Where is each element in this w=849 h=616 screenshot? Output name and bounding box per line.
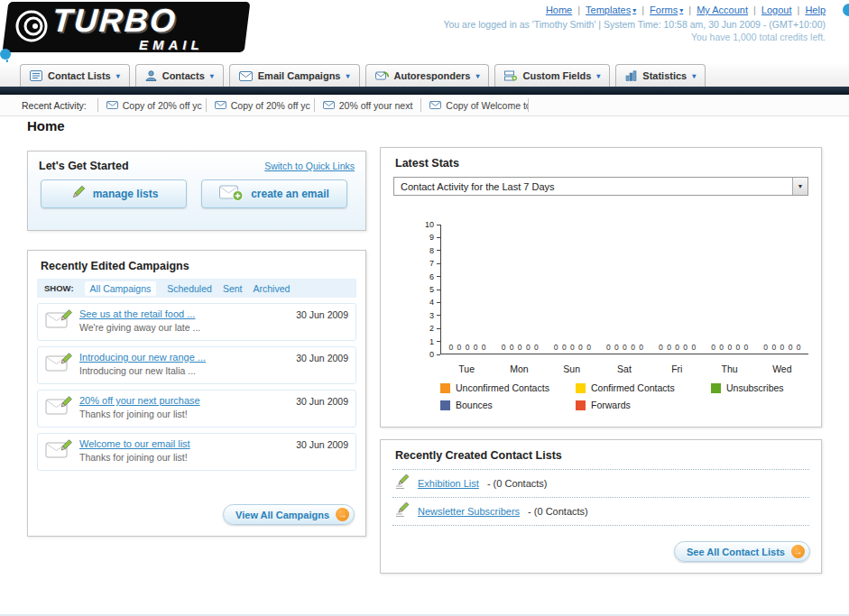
arrow-right-icon: → — [336, 508, 349, 521]
pencil-icon — [395, 501, 410, 521]
chart-groups: 0 0 0 0 00 0 0 0 00 0 0 0 00 0 0 0 00 0 … — [441, 225, 808, 354]
see-all-contact-lists-button[interactable]: See All Contact Lists → — [674, 541, 810, 562]
chevron-down-icon: ▾ — [596, 72, 600, 80]
filter-tab-scheduled[interactable]: Scheduled — [167, 283, 212, 294]
email-icon — [215, 100, 226, 111]
get-started-panel: Let's Get Started Switch to Quick Links … — [27, 151, 366, 231]
legend-item: Unconfirmed Contacts — [440, 382, 576, 393]
envelope-pencil-icon — [45, 352, 72, 377]
legend-item: Confirmed Contacts — [576, 382, 711, 393]
campaign-subtitle: Thanks for joining our list! — [79, 452, 289, 463]
contact-list-link[interactable]: Newsletter Subscribers — [418, 506, 520, 517]
tab-autoresponders[interactable]: Autoresponders ▾ — [365, 64, 490, 87]
recent-activity-item[interactable]: Copy of Welcome tc — [420, 98, 529, 112]
contact-lists-icon — [30, 70, 42, 81]
campaign-title-link[interactable]: Welcome to our email list — [79, 438, 289, 449]
separator: | — [753, 5, 756, 15]
campaign-date: 30 Jun 2009 — [296, 438, 348, 450]
chart-plot-area: 0 0 0 0 00 0 0 0 00 0 0 0 00 0 0 0 00 0 … — [440, 225, 808, 354]
campaign-date: 30 Jun 2009 — [296, 395, 348, 407]
top-nav-forms-label: Forms — [650, 5, 678, 15]
get-started-title: Let's Get Started — [39, 160, 129, 172]
campaign-title-link[interactable]: 20% off your next purchase — [79, 395, 289, 406]
campaign-subtitle: Thanks for joining our list! — [79, 409, 289, 419]
contact-list-count: - (0 Contacts) — [528, 506, 588, 517]
campaign-title-link[interactable]: Introducing our new range ... — [79, 352, 289, 363]
create-an-email-button[interactable]: create an email — [201, 179, 347, 208]
recent-activity-item[interactable]: Copy of 20% off yc — [97, 98, 206, 112]
chevron-down-icon: ▾ — [475, 72, 479, 80]
filter-tab-sent[interactable]: Sent — [223, 283, 243, 294]
view-all-campaigns-button[interactable]: View All Campaigns → — [223, 504, 355, 525]
campaign-row[interactable]: Welcome to our email list Thanks for joi… — [37, 433, 356, 471]
envelope-pencil-icon — [45, 438, 72, 464]
campaign-row[interactable]: See us at the retail food ... We're givi… — [37, 303, 356, 341]
legend-item: Forwards — [576, 400, 711, 410]
switch-to-quick-links-link[interactable]: Switch to Quick Links — [264, 161, 355, 171]
separator: | — [688, 5, 691, 15]
tab-label: Contact Lists — [48, 70, 111, 81]
email-plus-icon — [219, 185, 244, 204]
logo-turbo-text: TURBO — [51, 2, 179, 40]
tab-email-campaigns[interactable]: Email Campaigns ▾ — [229, 64, 360, 87]
logo-email-text: EMAIL — [139, 37, 204, 52]
swirl-icon — [13, 7, 51, 49]
recently-created-contact-lists-panel: Recently Created Contact Lists Exhibitio… — [380, 439, 822, 574]
turbo-email-logo: TURBO EMAIL — [5, 2, 247, 52]
top-nav-help[interactable]: Help — [805, 5, 826, 15]
top-nav-templates[interactable]: Templates▾ — [586, 5, 636, 15]
top-nav-my-account[interactable]: My Account — [697, 5, 748, 15]
recent-activity-item-label: Copy of Welcome tc — [446, 100, 529, 111]
header: TURBO EMAIL Home | Templates▾ | Forms▾ |… — [0, 0, 849, 61]
recent-activity-item[interactable]: 20% off your next — [314, 98, 421, 112]
chevron-down-icon: ▼ — [792, 178, 807, 195]
statistics-icon — [625, 70, 637, 81]
legend-swatch — [576, 400, 586, 410]
tab-statistics[interactable]: Statistics ▾ — [615, 64, 706, 87]
legend-swatch — [440, 400, 450, 410]
manage-lists-button[interactable]: manage lists — [41, 179, 187, 208]
contact-list-item[interactable]: Exhibition List - (0 Contacts) — [381, 470, 821, 497]
chevron-down-icon: ▾ — [632, 6, 636, 14]
create-an-email-label: create an email — [251, 188, 329, 200]
top-nav-templates-label: Templates — [586, 5, 631, 15]
filter-tab-all-campaigns[interactable]: All Campaigns — [85, 281, 157, 296]
chart-legend: Unconfirmed ContactsConfirmed ContactsUn… — [440, 382, 849, 417]
chevron-down-icon: ▾ — [679, 6, 683, 14]
chart-y-axis: 012345678910 — [395, 225, 440, 354]
campaign-row[interactable]: Introducing our new range ... Introducin… — [37, 346, 356, 384]
top-nav: Home | Templates▾ | Forms▾ | My Account … — [546, 5, 826, 15]
separator: | — [577, 5, 580, 15]
campaign-row[interactable]: 20% off your next purchase Thanks for jo… — [37, 390, 356, 428]
decorative-blue-dot — [0, 49, 11, 60]
tab-contact-lists[interactable]: Contact Lists ▾ — [20, 64, 130, 87]
page: TURBO EMAIL Home | Templates▾ | Forms▾ |… — [0, 0, 849, 616]
credits-info: You have 1,000 total credits left. — [691, 32, 826, 42]
legend-swatch — [576, 383, 586, 393]
campaign-title-link[interactable]: See us at the retail food ... — [79, 308, 289, 319]
tab-custom-fields[interactable]: Custom Fields ▾ — [494, 64, 610, 87]
recent-activity-item[interactable]: Copy of 20% off yc — [206, 98, 314, 112]
envelope-pencil-icon — [45, 395, 72, 420]
top-nav-forms[interactable]: Forms▾ — [650, 5, 683, 15]
recent-activity-bar: Recent Activity: Copy of 20% off yc Copy… — [0, 95, 849, 116]
contact-lists-title: Recently Created Contact Lists — [381, 440, 821, 469]
pencil-icon — [69, 185, 86, 204]
filter-tab-archived[interactable]: Archived — [253, 283, 290, 294]
contact-activity-chart: 012345678910 0 0 0 0 00 0 0 0 00 0 0 0 0… — [395, 225, 808, 378]
top-nav-home[interactable]: Home — [546, 5, 572, 15]
stats-period-select[interactable]: Contact Activity for the Last 7 Days ▼ — [393, 177, 808, 196]
chevron-down-icon: ▾ — [692, 72, 696, 80]
email-campaigns-icon — [239, 71, 253, 81]
recent-activity-label: Recent Activity: — [22, 100, 87, 111]
arrow-right-icon: → — [791, 545, 805, 558]
contact-list-item[interactable]: Newsletter Subscribers - (0 Contacts) — [381, 498, 821, 525]
contact-list-link[interactable]: Exhibition List — [418, 478, 479, 489]
tab-label: Autoresponders — [394, 70, 471, 81]
pencil-icon — [395, 473, 410, 493]
tab-contacts[interactable]: Contacts ▾ — [135, 64, 224, 87]
campaign-date: 30 Jun 2009 — [296, 352, 348, 363]
campaign-subtitle: We're giving away our late ... — [79, 322, 289, 333]
top-nav-logout[interactable]: Logout — [761, 5, 792, 15]
manage-lists-label: manage lists — [93, 188, 159, 200]
